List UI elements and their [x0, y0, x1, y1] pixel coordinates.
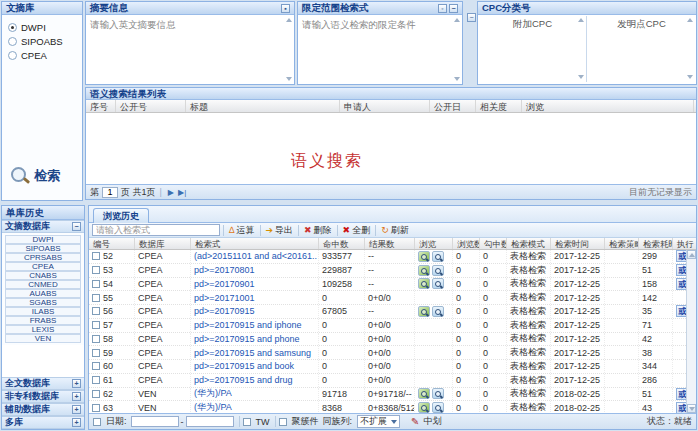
pager-page-input[interactable]	[102, 187, 118, 198]
sidebar-item-cprsabs[interactable]: CPRSABS	[5, 253, 81, 262]
results-col-0[interactable]: 序号	[86, 100, 116, 112]
query-link[interactable]: pd>=20171001	[194, 293, 255, 303]
row-checkbox[interactable]	[92, 307, 100, 315]
sidebar-item-cpea[interactable]: CPEA	[5, 262, 81, 271]
expand-icon[interactable]: +	[72, 379, 81, 388]
view-chart-icon[interactable]	[418, 278, 430, 289]
sidebar-item-ven[interactable]: VEN	[5, 334, 81, 343]
query-link[interactable]: pd>=20170801	[194, 265, 255, 275]
toolbar-button-delete[interactable]: ✖删除	[304, 224, 332, 237]
sidebar-group-4[interactable]: 多库+	[2, 416, 84, 429]
toolbar-button-calc[interactable]: ∆运算	[229, 224, 255, 237]
scroll-down-icon[interactable]	[689, 407, 695, 411]
view-doc-icon[interactable]	[432, 265, 444, 276]
results-col-4[interactable]: 公开日	[430, 100, 476, 112]
toolbar-button-delete-all[interactable]: ✖全删	[343, 224, 371, 237]
query-link[interactable]: pd>=20170915 and iphone	[194, 320, 302, 330]
query-input[interactable]	[92, 224, 220, 236]
history-col-4[interactable]: 结果数	[365, 238, 415, 249]
query-link[interactable]: pd>=20170915 and drug	[194, 375, 293, 385]
scroll-down-icon[interactable]	[286, 77, 292, 81]
sidebar-item-sgabs[interactable]: SGABS	[5, 298, 81, 307]
results-col-1[interactable]: 公开号	[116, 100, 186, 112]
history-scrollbar[interactable]	[686, 250, 696, 413]
scroll-up-icon[interactable]	[286, 18, 292, 22]
exec-button-或[interactable]: 或	[676, 250, 686, 262]
abstract-input[interactable]	[86, 16, 284, 83]
radio-icon[interactable]	[8, 37, 17, 46]
history-col-11[interactable]: 检索耗时..	[639, 238, 673, 249]
cpc-additional-box[interactable]: 附加CPC	[479, 16, 587, 82]
scroll-up-icon[interactable]	[689, 253, 695, 257]
sidebar-item-ilabs[interactable]: ILABS	[5, 307, 81, 316]
sidebar-group-0[interactable]: 文摘数据库−	[2, 220, 84, 233]
collapse-icon[interactable]: −	[72, 222, 81, 231]
row-checkbox[interactable]	[92, 280, 100, 288]
history-col-0[interactable]: 编号	[89, 238, 135, 249]
toolbar-button-export[interactable]: ➔导出	[266, 224, 294, 237]
row-checkbox[interactable]	[92, 349, 100, 357]
date-to-input[interactable]	[186, 416, 234, 427]
query-link[interactable]: pd>=20170915	[194, 306, 255, 316]
view-chart-icon[interactable]	[418, 306, 430, 317]
radio-icon[interactable]	[8, 23, 17, 32]
sidebar-item-cnmed[interactable]: CNMED	[5, 280, 81, 289]
query-link[interactable]: pd>=20170901	[194, 279, 255, 289]
view-doc-icon[interactable]	[432, 388, 444, 399]
scroll-up-icon[interactable]	[578, 18, 584, 22]
query-link[interactable]: (ad>20151101 and ad<20161..	[194, 251, 317, 261]
history-col-1[interactable]: 数据库	[135, 238, 191, 249]
row-checkbox[interactable]	[92, 266, 100, 274]
sidebar-group-2[interactable]: 非专利数据库+	[2, 390, 84, 403]
query-link[interactable]: pd>=20170915 and book	[194, 361, 294, 371]
query-link[interactable]: (华为)/PA	[194, 401, 232, 413]
view-chart-icon[interactable]	[418, 251, 430, 262]
history-col-10[interactable]: 检索策略	[605, 238, 639, 249]
history-col-2[interactable]: 检索式	[191, 238, 319, 249]
radio-icon[interactable]	[8, 51, 17, 60]
row-checkbox[interactable]	[92, 294, 100, 302]
library-option-cpea[interactable]: CPEA	[2, 48, 82, 62]
history-col-9[interactable]: 检索时间	[551, 238, 605, 249]
tw-checkbox[interactable]	[243, 418, 251, 426]
history-col-7[interactable]: 勾中数	[480, 238, 507, 249]
sidebar-group-3[interactable]: 辅助数据库+	[2, 403, 84, 416]
date-filter-checkbox[interactable]	[93, 418, 101, 426]
pager-next-icon[interactable]: ▶	[168, 188, 174, 197]
history-col-8[interactable]: 检索模式	[507, 238, 551, 249]
view-chart-icon[interactable]	[418, 265, 430, 276]
query-link[interactable]: pd>=20170915 and phone	[194, 334, 300, 344]
panel-collapse-icon[interactable]: −	[449, 4, 458, 13]
search-button[interactable]: 检索	[10, 166, 60, 186]
sidebar-item-auabs[interactable]: AUABS	[5, 289, 81, 298]
scroll-down-icon[interactable]	[454, 77, 460, 81]
exec-button-或[interactable]: 或	[676, 402, 686, 413]
panel-gear-icon[interactable]: ◦	[438, 4, 447, 13]
view-doc-icon[interactable]	[432, 402, 444, 413]
panel-tool-icon[interactable]: ▪	[281, 4, 290, 13]
results-col-2[interactable]: 标题	[186, 100, 340, 112]
exec-button-或[interactable]: 或	[676, 305, 686, 317]
limit-input[interactable]	[298, 16, 452, 83]
row-checkbox[interactable]	[92, 252, 100, 260]
row-checkbox[interactable]	[92, 335, 100, 343]
view-doc-icon[interactable]	[432, 278, 444, 289]
sidebar-item-dwpi[interactable]: DWPI	[5, 235, 81, 244]
history-col-6[interactable]: 浏览数	[453, 238, 480, 249]
scroll-down-icon[interactable]	[578, 75, 584, 79]
row-checkbox[interactable]	[92, 362, 100, 370]
sidebar-item-lexis[interactable]: LEXIS	[5, 325, 81, 334]
row-checkbox[interactable]	[92, 404, 100, 412]
history-col-3[interactable]: 命中数	[319, 238, 365, 249]
query-link[interactable]: (华为)/PA	[194, 388, 232, 401]
query-link[interactable]: pd>=20170915 and samsung	[194, 348, 311, 358]
view-chart-icon[interactable]	[418, 388, 430, 399]
scroll-up-icon[interactable]	[454, 18, 460, 22]
cluster-checkbox[interactable]	[279, 418, 287, 426]
exec-button-或[interactable]: 或	[676, 264, 686, 276]
row-checkbox[interactable]	[92, 376, 100, 384]
history-col-5[interactable]: 浏览	[415, 238, 453, 249]
date-from-input[interactable]	[131, 416, 179, 427]
expand-icon[interactable]: +	[72, 405, 81, 414]
scroll-up-icon[interactable]	[687, 18, 693, 22]
